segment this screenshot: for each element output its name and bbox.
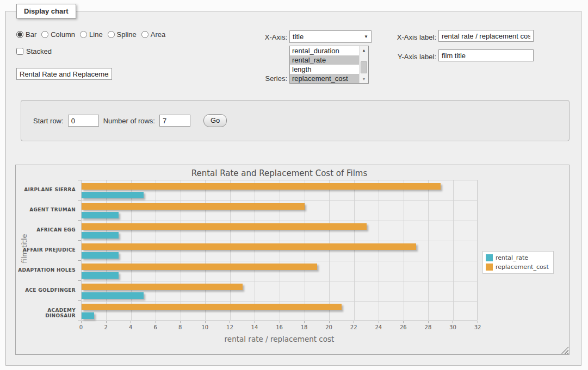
- rows-panel-content: Start row: Number of rows: Go: [33, 114, 227, 127]
- bar-rental_rate: [82, 192, 144, 198]
- stacked-checkbox[interactable]: [16, 48, 23, 55]
- y-tick-label: AIRPLANE SIERRA: [16, 187, 76, 192]
- x-tick-mark: [131, 321, 131, 323]
- resize-handle-icon[interactable]: [561, 347, 568, 354]
- y-tick-mark: [78, 260, 81, 261]
- bar-rental_rate: [82, 312, 94, 319]
- x-axis-label-input[interactable]: [438, 30, 534, 42]
- chart-type-option-label: Line: [89, 30, 103, 39]
- x-tick-label: 4: [120, 324, 141, 330]
- x-tick-label: 28: [417, 324, 439, 330]
- series-option-rental_duration[interactable]: rental_duration: [290, 46, 359, 55]
- x-tick-mark: [478, 321, 478, 323]
- start-row-input[interactable]: [68, 115, 99, 127]
- chart-type-radio-column[interactable]: [41, 31, 48, 38]
- bar-replacement_cost: [82, 284, 243, 290]
- x-tick-mark: [403, 321, 404, 323]
- chart-type-option-spline[interactable]: Spline: [108, 30, 137, 39]
- x-tick-mark: [230, 321, 230, 323]
- chart-type-option-line[interactable]: Line: [80, 30, 103, 39]
- x-tick-mark: [354, 321, 354, 323]
- x-tick-label: 16: [269, 324, 290, 330]
- bar-group: [82, 301, 477, 321]
- bar-replacement_cost: [82, 183, 441, 190]
- series-option-rental_rate[interactable]: rental_rate: [290, 55, 359, 65]
- num-rows-label: Number of rows:: [103, 117, 155, 125]
- bar-group: [82, 261, 477, 281]
- chart-type-option-column[interactable]: Column: [41, 30, 75, 39]
- legend-item: replacement_cost: [486, 264, 549, 271]
- y-tick-mark: [78, 280, 81, 281]
- y-tick-mark: [78, 300, 81, 301]
- chart-type-radio-spline[interactable]: [108, 31, 115, 38]
- x-tick-label: 26: [392, 324, 414, 330]
- stacked-option[interactable]: Stacked: [16, 47, 52, 55]
- chart-type-option-label: Bar: [26, 30, 36, 39]
- x-tick-label: 14: [244, 324, 265, 330]
- num-rows-input[interactable]: [159, 115, 190, 127]
- x-tick-label: 30: [442, 324, 463, 330]
- bar-group: [82, 200, 477, 221]
- chart-type-option-area[interactable]: Area: [141, 30, 165, 39]
- series-option-length[interactable]: length: [290, 65, 359, 74]
- chart-type-radio-group: BarColumnLineSplineArea: [16, 30, 165, 39]
- bar-replacement_cost: [82, 203, 305, 210]
- x-tick-mark: [156, 321, 156, 323]
- x-axis-select-wrap: title ▼: [289, 30, 372, 43]
- x-tick-label: 22: [343, 324, 364, 330]
- x-tick-mark: [453, 321, 453, 323]
- stacked-label: Stacked: [26, 47, 52, 55]
- x-axis-select-label: X-Axis:: [228, 33, 287, 41]
- y-tick-label: ACE GOLDFINGER: [16, 287, 76, 293]
- legend-label: replacement_cost: [496, 264, 549, 271]
- chart-title: Rental Rate and Replacement Cost of Film…: [81, 168, 478, 178]
- x-tick-label: 0: [70, 324, 92, 330]
- x-tick-mark: [81, 321, 82, 323]
- y-tick-label: AFRICAN EGG: [16, 227, 76, 233]
- chart-type-radio-line[interactable]: [80, 31, 87, 38]
- x-tick-label: 6: [145, 324, 166, 330]
- legend-label: rental_rate: [496, 254, 528, 261]
- x-tick-mark: [106, 321, 107, 323]
- bar-replacement_cost: [82, 223, 367, 230]
- bar-rental_rate: [82, 272, 119, 279]
- chart-type-option-bar[interactable]: Bar: [16, 30, 36, 39]
- x-tick-label: 20: [318, 324, 340, 330]
- bar-group: [82, 180, 477, 200]
- legend-item: rental_rate: [486, 254, 549, 261]
- x-tick-mark: [205, 321, 206, 323]
- y-tick-label: ADAPTATION HOLES: [16, 267, 76, 273]
- bar-replacement_cost: [82, 304, 342, 310]
- y-tick-label: AGENT TRUMAN: [16, 207, 76, 212]
- series-listbox-scrollbar[interactable]: ▲ ▼: [359, 46, 368, 83]
- bar-replacement_cost: [82, 243, 416, 250]
- y-tick-label: ACADEMY DINOSAUR: [16, 308, 76, 318]
- x-tick-mark: [379, 321, 379, 323]
- chart-type-option-label: Spline: [117, 30, 137, 39]
- chart-type-radio-area[interactable]: [141, 31, 148, 38]
- scroll-up-icon[interactable]: ▲: [360, 46, 368, 54]
- bar-group: [82, 221, 477, 241]
- x-tick-label: 2: [95, 324, 117, 330]
- scrollbar-thumb[interactable]: [361, 61, 367, 73]
- y-tick-mark: [78, 180, 81, 180]
- y-tick-mark: [78, 200, 81, 200]
- x-tick-label: 24: [368, 324, 389, 330]
- series-listbox-label: Series:: [228, 74, 287, 83]
- chart-title-input[interactable]: [16, 68, 112, 80]
- y-tick-mark: [78, 220, 81, 221]
- scroll-down-icon[interactable]: ▼: [360, 75, 368, 83]
- go-button[interactable]: Go: [203, 114, 227, 127]
- y-axis-label-input[interactable]: [438, 49, 534, 61]
- chart-container: Rental Rate and Replacement Cost of Film…: [15, 165, 570, 355]
- x-axis-select[interactable]: title: [289, 30, 372, 43]
- series-option-replacement_cost[interactable]: replacement_cost: [290, 74, 359, 83]
- chart-legend: rental_ratereplacement_cost: [482, 251, 554, 274]
- rows-panel: Start row: Number of rows: Go: [21, 100, 570, 141]
- x-tick-mark: [180, 321, 181, 323]
- bar-group: [82, 281, 477, 301]
- plot-area: [81, 180, 478, 321]
- display-chart-tab: Display chart: [16, 4, 76, 18]
- chart-type-radio-bar[interactable]: [16, 31, 23, 38]
- bar-rental_rate: [82, 292, 144, 299]
